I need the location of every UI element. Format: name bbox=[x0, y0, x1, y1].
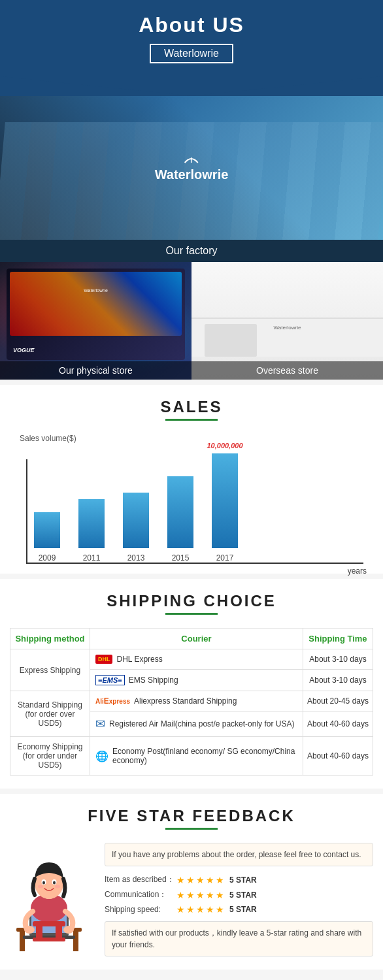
table-row: Economy Shipping(for order under USD5)🌐E… bbox=[10, 737, 373, 776]
table-row: Standard Shipping(for order over USD5)Al… bbox=[10, 691, 373, 711]
stars-container: ★★★★★ bbox=[176, 904, 224, 915]
svg-point-14 bbox=[42, 881, 45, 885]
svg-point-17 bbox=[55, 885, 60, 889]
star-icon: ★ bbox=[216, 875, 224, 885]
bar-year-label: 2013 bbox=[127, 553, 145, 563]
shipping-time-cell: About 3-10 days bbox=[303, 649, 373, 670]
svg-rect-18 bbox=[33, 921, 65, 926]
courier-name: Registered Air Mail(china post/e packet-… bbox=[109, 719, 294, 728]
star-icon: ★ bbox=[206, 875, 214, 885]
chart-bars: 200920112013201510,000,0002017years bbox=[26, 459, 363, 564]
rating-row: Communication：★★★★★5 STAR bbox=[105, 889, 373, 900]
shipping-underline bbox=[165, 613, 218, 615]
shipping-header-time: Shipping Time bbox=[303, 629, 373, 649]
courier-name: DHL Express bbox=[116, 655, 162, 664]
feedback-intro: If you have any problems about the order… bbox=[105, 843, 373, 866]
ems-logo-icon: ≡EMS≡ bbox=[95, 675, 125, 685]
bar-group: 2015 bbox=[167, 476, 193, 563]
courier-name: Aliexpress Standard Shipping bbox=[134, 696, 237, 706]
about-header: About US Waterlowrie bbox=[0, 0, 383, 96]
physical-store-caption: Our physical store bbox=[0, 361, 192, 380]
rating-value: 5 STAR bbox=[229, 890, 257, 900]
shipping-method-cell: Economy Shipping(for order under USD5) bbox=[10, 737, 90, 776]
svg-point-9 bbox=[63, 926, 74, 934]
overseas-store-image: Waterlowrie Overseas store bbox=[192, 262, 383, 380]
stores-section: VOGUE Waterlowrie Our physical store Wat… bbox=[0, 262, 383, 380]
rating-value: 5 STAR bbox=[229, 905, 257, 914]
courier-cell: ≡EMS≡EMS Shipping bbox=[90, 670, 303, 691]
stars-container: ★★★★★ bbox=[176, 890, 224, 900]
chart-bar bbox=[123, 493, 149, 548]
economy-post-icon: 🌐 bbox=[95, 750, 108, 762]
svg-point-8 bbox=[24, 926, 35, 934]
rating-value: 5 STAR bbox=[229, 875, 257, 885]
table-row: Express ShippingDHLDHL ExpressAbout 3-10… bbox=[10, 649, 373, 670]
star-icon: ★ bbox=[186, 890, 195, 900]
star-icon: ★ bbox=[176, 890, 185, 900]
page-title: About US bbox=[0, 13, 383, 37]
rating-row: Item as described：★★★★★5 STAR bbox=[105, 874, 373, 885]
rating-label: Item as described： bbox=[105, 874, 176, 885]
feedback-underline bbox=[165, 828, 218, 830]
shipping-section: SHIPPING CHOICE Shipping method Courier … bbox=[0, 579, 383, 789]
rating-row: Shipping speed:★★★★★5 STAR bbox=[105, 904, 373, 915]
overseas-store-caption: Overseas store bbox=[192, 361, 383, 380]
dhl-logo-icon: DHL bbox=[95, 655, 113, 664]
chart-bar: 10,000,000 bbox=[212, 453, 238, 548]
courier-cell: DHLDHL Express bbox=[90, 649, 303, 670]
svg-point-15 bbox=[53, 881, 56, 885]
feedback-title: FIVE STAR FEEDBACK bbox=[10, 807, 373, 825]
star-icon: ★ bbox=[196, 875, 205, 885]
factory-caption: Our factory bbox=[0, 240, 383, 262]
girl-svg bbox=[10, 843, 88, 954]
courier-cell: AliExpressAliexpress Standard Shipping bbox=[90, 691, 303, 711]
svg-rect-2 bbox=[20, 932, 25, 951]
shipping-title: SHIPPING CHOICE bbox=[10, 592, 373, 610]
star-icon: ★ bbox=[206, 890, 214, 900]
stars-container: ★★★★★ bbox=[176, 875, 224, 885]
factory-section: Waterlowrie Our factory bbox=[0, 96, 383, 262]
courier-row: DHLDHL Express bbox=[95, 655, 299, 664]
factory-image: Waterlowrie bbox=[0, 96, 383, 240]
air-mail-icon: ✉ bbox=[95, 717, 105, 731]
svg-rect-21 bbox=[33, 938, 65, 941]
courier-row: ✉Registered Air Mail(china post/e packet… bbox=[95, 717, 299, 731]
bar-group: 2011 bbox=[78, 499, 105, 563]
sales-underline bbox=[165, 419, 218, 421]
svg-point-16 bbox=[38, 885, 43, 889]
shipping-table: Shipping method Courier Shipping Time Ex… bbox=[10, 628, 373, 776]
physical-store-image: VOGUE Waterlowrie Our physical store bbox=[0, 262, 192, 380]
courier-row: 🌐Economy Post(finland economy/ SG econom… bbox=[95, 747, 299, 765]
star-icon: ★ bbox=[196, 904, 205, 915]
chart-x-label: years bbox=[348, 566, 367, 576]
shipping-header-courier: Courier bbox=[90, 629, 303, 649]
rating-label: Communication： bbox=[105, 889, 176, 900]
brand-box: Waterlowrie bbox=[150, 44, 233, 63]
feedback-section: FIVE STAR FEEDBACK bbox=[0, 794, 383, 970]
bar-year-label: 2015 bbox=[172, 553, 190, 563]
shipping-time-cell: About 20-45 days bbox=[303, 691, 373, 711]
shipping-method-cell: Express Shipping bbox=[10, 649, 90, 691]
star-icon: ★ bbox=[196, 890, 205, 900]
svg-rect-3 bbox=[73, 932, 78, 951]
feedback-right: If you have any problems about the order… bbox=[105, 843, 373, 956]
courier-cell: 🌐Economy Post(finland economy/ SG econom… bbox=[90, 737, 303, 776]
courier-name: EMS Shipping bbox=[129, 676, 178, 685]
courier-cell: ✉Registered Air Mail(china post/e packet… bbox=[90, 711, 303, 737]
star-icon: ★ bbox=[216, 890, 224, 900]
chart-bar bbox=[78, 499, 105, 548]
rating-label: Shipping speed: bbox=[105, 905, 176, 914]
bar-group: 10,000,0002017 bbox=[212, 453, 238, 563]
chart-y-label: Sales volume($) bbox=[20, 434, 363, 443]
bar-year-label: 2017 bbox=[216, 553, 234, 563]
ratings-container: Item as described：★★★★★5 STARCommunicati… bbox=[105, 874, 373, 915]
star-icon: ★ bbox=[186, 875, 195, 885]
bar-top-value: 10,000,000 bbox=[207, 442, 242, 449]
star-icon: ★ bbox=[186, 904, 195, 915]
chart-bar bbox=[34, 512, 60, 548]
feedback-footer: If satisfied with our products，kindly le… bbox=[105, 921, 373, 956]
header-triangle bbox=[0, 76, 383, 96]
courier-row: ≡EMS≡EMS Shipping bbox=[95, 675, 299, 685]
star-icon: ★ bbox=[176, 904, 185, 915]
shipping-time-cell: About 40-60 days bbox=[303, 711, 373, 737]
